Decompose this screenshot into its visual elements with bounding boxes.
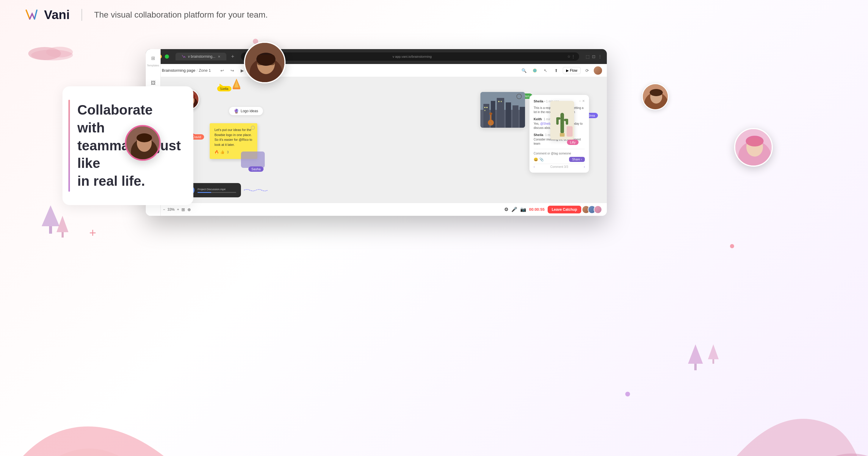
floating-avatar-main xyxy=(244,42,285,83)
layout-icon[interactable]: ⊞ xyxy=(182,207,185,212)
browser-tab-close-icon[interactable]: ✕ xyxy=(218,55,220,59)
canvas-area: Stella Ben Andrea xyxy=(146,77,607,203)
svg-point-20 xyxy=(746,136,764,146)
browser-chrome: v brainstorming... ✕ + ← → ↺ v app.vani.… xyxy=(146,49,607,64)
sticky-comment-icon[interactable] xyxy=(251,125,255,131)
svg-rect-68 xyxy=(712,359,714,364)
text-card-accent xyxy=(68,100,70,192)
svg-point-60 xyxy=(489,113,492,115)
browser-tab[interactable]: v brainstorming... ✕ xyxy=(176,53,226,60)
breadcrumb-page: Brainstorming page xyxy=(162,68,195,73)
mic-icon[interactable]: 🎤 xyxy=(512,206,517,212)
undo-button[interactable]: ↩ xyxy=(218,66,226,75)
svg-point-7 xyxy=(31,50,73,60)
header: Vani The visual collaboration platform f… xyxy=(0,0,868,30)
comment-author-2: Keith xyxy=(534,117,542,121)
svg-point-16 xyxy=(136,133,152,142)
svg-point-6 xyxy=(46,47,73,57)
address-bar-icons: ☆ ⋮ xyxy=(567,54,575,59)
svg-rect-50 xyxy=(556,117,559,125)
sticky-text: Let's put our ideas for the Bowbie logo … xyxy=(214,127,252,147)
logo-text: Vani xyxy=(44,8,70,22)
app-content: ⊞ Templates 🖼 Wallpaper ⚡ Kits Stella xyxy=(146,77,607,203)
flow-play-icon: ▶ xyxy=(566,68,569,73)
logo-divider xyxy=(82,9,82,21)
sidebar-item-templates[interactable]: ⊞ Templates xyxy=(147,53,159,67)
video-progress xyxy=(197,192,236,193)
sasha-selection xyxy=(241,151,265,168)
settings-icon[interactable]: ⚙ xyxy=(504,206,508,212)
svg-rect-52 xyxy=(566,119,568,125)
floating-avatar-lilly xyxy=(734,128,773,167)
zoom-out-button[interactable]: − xyxy=(163,207,165,211)
svg-rect-43 xyxy=(484,110,486,111)
svg-rect-38 xyxy=(506,103,511,128)
sasha-label: Sasha xyxy=(248,166,264,172)
comment-nav-prev[interactable]: ‹ xyxy=(534,165,534,168)
floating-avatar-sheila xyxy=(642,83,669,110)
video-progress-fill xyxy=(197,192,211,193)
sticky-emoji-fire: 🔥 xyxy=(214,149,219,155)
camera-icon[interactable]: 📷 xyxy=(520,206,526,212)
user-avatar-toolbar xyxy=(594,66,602,75)
svg-rect-41 xyxy=(484,107,486,108)
catchup-controls: ⚙ 🎤 📷 00:00:55 Leave Catchup xyxy=(504,205,602,214)
templates-icon[interactable]: ⊞ xyxy=(148,53,159,63)
redo-button[interactable]: ↪ xyxy=(228,66,237,75)
logo-ideas-bubble: 🔮 Logo ideas xyxy=(229,107,263,115)
svg-rect-57 xyxy=(567,126,572,137)
svg-marker-65 xyxy=(688,344,703,364)
svg-rect-4 xyxy=(62,232,64,237)
browser-ctrl-3: ⋮ xyxy=(598,54,602,59)
browser-controls: ⬚ ⊡ ⋮ xyxy=(586,54,602,59)
svg-point-0 xyxy=(0,391,348,456)
app-toolbar: Brainstorming page / Zone 1 ↩ ↪ ▶ ↻ 🗑 🔍 … xyxy=(146,64,607,77)
refresh-button[interactable]: ⟳ xyxy=(583,66,591,75)
comment-nav-next[interactable]: › xyxy=(584,165,585,168)
comment-minimize[interactable]: − xyxy=(579,99,581,103)
cursor-stella: Stella xyxy=(217,86,231,91)
logo-area: Vani The visual collaboration platform f… xyxy=(24,8,268,22)
color-picker-button[interactable] xyxy=(531,66,539,75)
idea-text: Logo ideas xyxy=(241,109,258,113)
svg-rect-66 xyxy=(694,364,697,370)
address-bar[interactable]: ← → ↺ v app.vani.io/brainstorming ☆ ⋮ xyxy=(241,52,579,61)
search-button[interactable]: 🔍 xyxy=(520,66,528,75)
bottom-toolbar: ⛶ ⊟ − 33% + ⊞ ⊕ ⚙ 🎤 📷 00:00:55 Leave Cat… xyxy=(146,203,607,216)
svg-rect-12 xyxy=(257,55,275,65)
new-tab-button[interactable]: + xyxy=(231,54,235,60)
svg-marker-26 xyxy=(220,84,224,89)
share-comment-button[interactable]: Share › xyxy=(569,157,585,162)
flow-button[interactable]: ▶ Flow xyxy=(563,67,581,74)
sticky-emoji-like: 👍 xyxy=(220,149,225,155)
browser-maximize[interactable] xyxy=(165,54,169,59)
catchup-timer: 00:00:55 xyxy=(529,207,545,211)
svg-rect-53 xyxy=(560,133,565,137)
flow-label: Flow xyxy=(570,68,578,73)
share-button[interactable]: ⬆ xyxy=(552,66,560,75)
svg-point-25 xyxy=(533,68,537,72)
cursor-sasha: Sasha xyxy=(248,166,264,172)
svg-point-56 xyxy=(561,123,562,123)
comment-author-3: Sheila xyxy=(534,133,543,137)
lilly-label: Lilly xyxy=(567,140,579,145)
browser-window: v brainstorming... ✕ + ← → ↺ v app.vani.… xyxy=(146,49,607,216)
svg-rect-40 xyxy=(520,107,525,128)
canvas-photo-plant xyxy=(550,101,574,140)
more-icon[interactable]: ⊕ xyxy=(187,207,191,212)
leave-catchup-button[interactable]: Leave Catchup xyxy=(548,206,581,213)
svg-rect-64 xyxy=(232,87,240,89)
svg-rect-42 xyxy=(486,107,488,108)
svg-rect-48 xyxy=(560,113,564,134)
comment-close[interactable]: ✕ xyxy=(582,99,585,103)
svg-point-24 xyxy=(650,89,663,96)
svg-rect-45 xyxy=(501,101,502,102)
svg-point-5 xyxy=(28,47,61,60)
cursor-button[interactable]: ↖ xyxy=(541,66,550,75)
comment-count: Comment 3/3 xyxy=(550,165,568,168)
comment-input[interactable] xyxy=(534,152,585,155)
canvas-guitar xyxy=(486,111,495,127)
zoom-in-button[interactable]: + xyxy=(177,207,179,211)
svg-marker-3 xyxy=(57,216,68,232)
cursor-lilly-label: Lilly xyxy=(567,140,579,145)
